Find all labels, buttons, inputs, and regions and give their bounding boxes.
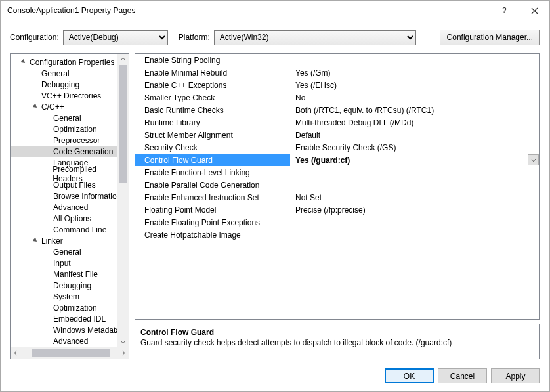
property-name: Enable String Pooling <box>135 56 290 65</box>
property-row[interactable]: Enable Function-Level Linking <box>135 166 539 179</box>
tree-item[interactable]: Optimization <box>11 302 129 313</box>
property-value[interactable]: Yes (/guard:cf) <box>290 154 539 166</box>
property-row[interactable]: Create Hotpatchable Image <box>135 229 539 241</box>
property-name: Runtime Library <box>135 118 290 127</box>
tree-item[interactable]: System <box>11 291 129 302</box>
tree-item-ccpp[interactable]: C/C++ <box>11 101 129 112</box>
property-name: Create Hotpatchable Image <box>135 230 290 240</box>
hscroll-thumb[interactable] <box>32 349 110 357</box>
property-value[interactable]: Both (/RTC1, equiv. to /RTCsu) (/RTC1) <box>290 106 539 115</box>
tree-item[interactable]: General <box>11 112 129 123</box>
tree-item[interactable]: Preprocessor <box>11 135 129 146</box>
help-button[interactable]: ? <box>490 1 520 20</box>
property-value[interactable]: Precise (/fp:precise) <box>290 206 539 215</box>
property-row-selected[interactable]: Control Flow Guard Yes (/guard:cf) <box>135 154 539 166</box>
property-value[interactable]: Yes (/Gm) <box>290 68 539 77</box>
tree-item[interactable]: Manifest File <box>11 269 129 280</box>
apply-button[interactable]: Apply <box>491 368 540 383</box>
property-name: Floating Point Model <box>135 206 290 215</box>
property-name: Struct Member Alignment <box>135 131 290 140</box>
configuration-select[interactable]: Active(Debug) <box>63 30 168 45</box>
tree-item[interactable]: Browse Information <box>11 190 129 202</box>
tree-item[interactable]: All Options <box>11 213 129 224</box>
property-row[interactable]: Enable Enhanced Instruction Set Not Set <box>135 191 539 204</box>
tree-item[interactable]: Embedded IDL <box>11 313 129 324</box>
property-row[interactable]: Runtime Library Multi-threaded Debug DLL… <box>135 116 539 129</box>
property-grid[interactable]: Enable String Pooling Enable Minimal Reb… <box>135 53 540 320</box>
property-name: Enable Floating Point Exceptions <box>135 218 290 227</box>
property-row[interactable]: Enable Minimal Rebuild Yes (/Gm) <box>135 66 539 79</box>
tree-item-configuration-properties[interactable]: Configuration Properties <box>11 56 129 68</box>
tree-item[interactable]: Windows Metadata <box>11 324 129 336</box>
scroll-left-icon[interactable] <box>11 347 22 359</box>
tree-panel: Configuration PropertiesGeneralDebugging… <box>10 53 129 359</box>
description-text: Guard security check helps detect attemp… <box>140 338 534 347</box>
scroll-right-icon[interactable] <box>117 347 129 359</box>
property-value[interactable]: Not Set <box>290 193 539 202</box>
main-split: Configuration PropertiesGeneralDebugging… <box>1 52 549 364</box>
property-value[interactable]: Yes (/EHsc) <box>290 81 539 90</box>
ok-button[interactable]: OK <box>385 368 434 383</box>
tree-item[interactable]: Precompiled Headers <box>11 168 129 179</box>
tree-item[interactable]: VC++ Directories <box>11 90 129 101</box>
property-name: Enable Minimal Rebuild <box>135 68 290 77</box>
property-value[interactable]: Multi-threaded Debug DLL (/MDd) <box>290 118 539 127</box>
configuration-manager-button[interactable]: Configuration Manager... <box>440 30 540 45</box>
tree-item[interactable]: General <box>11 68 129 79</box>
tree-item-linker[interactable]: Linker <box>11 235 129 246</box>
tree-item[interactable]: Input <box>11 257 129 269</box>
svg-text:?: ? <box>502 6 507 15</box>
cancel-button[interactable]: Cancel <box>438 368 487 383</box>
property-row[interactable]: Floating Point Model Precise (/fp:precis… <box>135 204 539 216</box>
property-value[interactable]: Enable Security Check (/GS) <box>290 143 539 152</box>
tree[interactable]: Configuration PropertiesGeneralDebugging… <box>11 54 129 359</box>
property-name: Enable Enhanced Instruction Set <box>135 193 290 202</box>
tree-item[interactable]: Code Generation <box>11 146 129 157</box>
property-row[interactable]: Enable Floating Point Exceptions <box>135 216 539 229</box>
vscroll-thumb[interactable] <box>119 65 127 183</box>
platform-label: Platform: <box>179 33 210 42</box>
tree-item[interactable]: Advanced <box>11 202 129 213</box>
property-name: Control Flow Guard <box>135 156 290 165</box>
property-row[interactable]: Enable C++ Exceptions Yes (/EHsc) <box>135 79 539 91</box>
platform-select[interactable]: Active(Win32) <box>214 30 416 45</box>
titlebar: ConsoleApplication1 Property Pages ? <box>1 1 549 20</box>
tree-item[interactable]: Advanced <box>11 336 129 347</box>
config-row: Configuration: Active(Debug) Platform: A… <box>1 20 549 52</box>
tree-item[interactable]: Debugging <box>11 79 129 90</box>
description-title: Control Flow Guard <box>140 328 534 337</box>
property-value[interactable]: No <box>290 93 539 102</box>
tree-vscrollbar[interactable] <box>117 54 129 347</box>
property-row[interactable]: Enable String Pooling <box>135 54 539 66</box>
scroll-up-icon[interactable] <box>117 54 129 65</box>
property-row[interactable]: Enable Parallel Code Generation <box>135 179 539 191</box>
property-name: Enable Function-Level Linking <box>135 168 290 177</box>
window-title: ConsoleApplication1 Property Pages <box>7 6 490 15</box>
tree-item[interactable]: Optimization <box>11 123 129 135</box>
right-column: Enable String Pooling Enable Minimal Reb… <box>135 53 540 359</box>
property-name: Enable C++ Exceptions <box>135 81 290 90</box>
property-row[interactable]: Smaller Type Check No <box>135 91 539 104</box>
configuration-label: Configuration: <box>10 33 59 42</box>
description-box: Control Flow Guard Guard security check … <box>135 324 540 359</box>
property-row[interactable]: Security Check Enable Security Check (/G… <box>135 141 539 154</box>
scroll-down-icon[interactable] <box>117 336 129 347</box>
property-name: Smaller Type Check <box>135 93 290 102</box>
property-row[interactable]: Struct Member Alignment Default <box>135 129 539 141</box>
property-value[interactable]: Default <box>290 131 539 140</box>
tree-item[interactable]: General <box>11 246 129 257</box>
tree-item[interactable]: Command Line <box>11 224 129 235</box>
property-name: Basic Runtime Checks <box>135 106 290 115</box>
dialog-buttons: OK Cancel Apply <box>1 364 549 391</box>
property-name: Enable Parallel Code Generation <box>135 181 290 190</box>
close-button[interactable] <box>520 1 549 20</box>
property-name: Security Check <box>135 143 290 152</box>
tree-hscrollbar[interactable] <box>11 347 129 359</box>
tree-item[interactable]: Debugging <box>11 280 129 291</box>
dropdown-button[interactable] <box>528 154 539 165</box>
property-row[interactable]: Basic Runtime Checks Both (/RTC1, equiv.… <box>135 104 539 116</box>
